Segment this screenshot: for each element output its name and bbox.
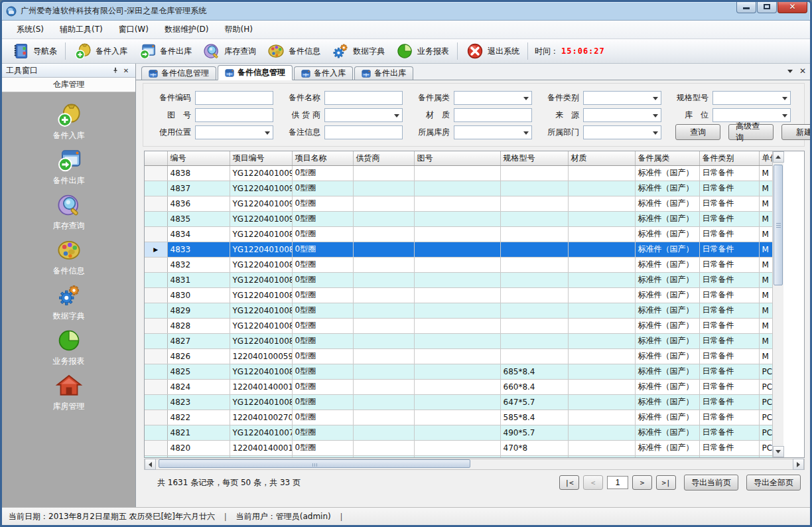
grid-cell[interactable]: 标准件（国产） bbox=[635, 257, 699, 272]
grid-cell[interactable]: 470*8 bbox=[500, 440, 568, 455]
grid-cell[interactable]: 0型圈 bbox=[292, 303, 353, 318]
grid-cell[interactable]: 4821 bbox=[167, 425, 230, 440]
grid-cell[interactable] bbox=[568, 226, 635, 242]
grid-cell[interactable]: 0型圈 bbox=[292, 379, 353, 394]
vertical-scrollbar[interactable] bbox=[772, 151, 783, 457]
grid-cell[interactable] bbox=[568, 455, 635, 457]
grid-cell[interactable]: 标准件（国产） bbox=[635, 272, 699, 287]
grid-cell[interactable]: 日常备件 bbox=[699, 211, 759, 226]
grid-cell[interactable]: 标准件（国产） bbox=[635, 211, 699, 226]
sidebar-section-header[interactable]: 仓库管理 bbox=[2, 78, 135, 92]
row-header-cell[interactable] bbox=[145, 165, 167, 181]
grid-cell[interactable] bbox=[414, 440, 500, 455]
grid-cell[interactable] bbox=[414, 394, 500, 410]
grid-cell[interactable] bbox=[414, 211, 500, 226]
horizontal-scroll-thumb[interactable] bbox=[159, 459, 470, 468]
grid-cell[interactable]: 4825 bbox=[167, 364, 230, 379]
grid-cell[interactable] bbox=[414, 379, 500, 394]
grid-cell[interactable] bbox=[500, 348, 568, 364]
row-header-cell[interactable] bbox=[145, 410, 167, 425]
menu-item-系统(S)[interactable]: 系统(S) bbox=[9, 21, 52, 38]
grid-cell[interactable]: 4822 bbox=[167, 410, 230, 425]
grid-cell[interactable]: PC bbox=[759, 394, 772, 410]
grid-cell[interactable]: 标准件（国产） bbox=[635, 425, 699, 440]
sidebar-item-parts-in[interactable]: 备件入库 bbox=[2, 102, 135, 147]
grid-cell[interactable] bbox=[414, 226, 500, 242]
grid-cell[interactable]: 标准件（国产） bbox=[635, 410, 699, 425]
grid-cell[interactable] bbox=[500, 211, 568, 226]
grid-cell[interactable] bbox=[500, 165, 568, 181]
grid-cell[interactable]: 日常备件 bbox=[699, 257, 759, 272]
last-page-button[interactable]: >| bbox=[656, 475, 676, 490]
grid-cell[interactable]: M bbox=[759, 318, 772, 333]
grid-cell[interactable]: 0型圈 bbox=[292, 165, 353, 181]
grid-cell[interactable] bbox=[353, 226, 414, 242]
grid-cell[interactable] bbox=[414, 242, 500, 257]
sidebar-item-parts-out[interactable]: 备件出库 bbox=[2, 147, 135, 192]
grid-cell[interactable] bbox=[414, 272, 500, 287]
table-row[interactable]: 4821YG122040100790型圈490*5.7标准件（国产）日常备件PC bbox=[145, 425, 772, 440]
vertical-scroll-track[interactable] bbox=[773, 163, 784, 446]
grid-cell[interactable] bbox=[568, 272, 635, 287]
grid-column-header-项目编号[interactable]: 项目编号 bbox=[230, 151, 292, 165]
grid-cell[interactable]: 标准件（国产） bbox=[635, 379, 699, 394]
grid-cell[interactable]: 4824 bbox=[167, 379, 230, 394]
scroll-left-button[interactable] bbox=[145, 459, 156, 470]
grid-cell[interactable]: 标准件（国产） bbox=[635, 242, 699, 257]
advanced-query-button[interactable]: 高级查询 bbox=[728, 124, 774, 140]
pin-icon[interactable] bbox=[110, 66, 121, 76]
grid-cell[interactable]: 0型圈 bbox=[292, 226, 353, 242]
maximize-button[interactable] bbox=[757, 0, 777, 13]
filter-input-备件名称[interactable] bbox=[324, 91, 403, 105]
table-row[interactable]: 4837YG122040100920型圈标准件（国产）日常备件M bbox=[145, 181, 772, 196]
grid-cell[interactable]: M bbox=[759, 226, 772, 242]
grid-cell[interactable] bbox=[568, 379, 635, 394]
grid-cell[interactable] bbox=[500, 196, 568, 211]
grid-cell[interactable]: 0型圈 bbox=[292, 364, 353, 379]
grid-cell[interactable] bbox=[568, 165, 635, 181]
grid-cell[interactable]: 标准件（国产） bbox=[635, 348, 699, 364]
table-row[interactable]: 4829YG122040100840型圈标准件（国产）日常备件M bbox=[145, 303, 772, 318]
grid-cell[interactable]: 4829 bbox=[167, 303, 230, 318]
grid-cell[interactable] bbox=[414, 364, 500, 379]
grid-cell[interactable]: 日常备件 bbox=[699, 303, 759, 318]
grid-cell[interactable] bbox=[353, 181, 414, 196]
grid-cell[interactable]: 4827 bbox=[167, 333, 230, 348]
grid-cell[interactable]: 标准件（国产） bbox=[635, 303, 699, 318]
tab-3-备件出库[interactable]: 备件出库 bbox=[354, 66, 413, 80]
grid-cell[interactable] bbox=[414, 181, 500, 196]
grid-cell[interactable]: YG12204010080 bbox=[230, 394, 292, 410]
grid-cell[interactable] bbox=[353, 318, 414, 333]
grid-cell[interactable] bbox=[353, 211, 414, 226]
grid-cell[interactable] bbox=[414, 455, 500, 457]
table-row[interactable]: 4823YG122040100800型圈647*5.7标准件（国产）日常备件PC bbox=[145, 394, 772, 410]
sidebar-item-stock-query[interactable]: 库存查询 bbox=[2, 192, 135, 237]
grid-cell[interactable] bbox=[500, 333, 568, 348]
grid-cell[interactable] bbox=[353, 379, 414, 394]
grid-cell[interactable] bbox=[414, 348, 500, 364]
query-button[interactable]: 查询 bbox=[675, 124, 720, 140]
grid-cell[interactable]: 647*5.7 bbox=[500, 394, 568, 410]
grid-cell[interactable] bbox=[568, 333, 635, 348]
grid-cell[interactable] bbox=[353, 394, 414, 410]
tab-close-icon[interactable]: ✕ bbox=[799, 67, 806, 75]
sidebar-item-warehouse[interactable]: 库房管理 bbox=[2, 372, 135, 417]
grid-cell[interactable]: PC bbox=[759, 364, 772, 379]
tab-1-备件信息管理[interactable]: 备件信息管理 bbox=[218, 65, 293, 80]
grid-cell[interactable]: YG12204010082 bbox=[230, 333, 292, 348]
menu-item-帮助(H)[interactable]: 帮助(H) bbox=[217, 21, 261, 38]
grid-cell[interactable]: 日常备件 bbox=[699, 165, 759, 181]
sidebar-item-data-dict[interactable]: 数据字典 bbox=[2, 282, 135, 327]
filter-select-使用位置[interactable] bbox=[195, 125, 273, 139]
grid-cell[interactable]: PC bbox=[759, 410, 772, 425]
vertical-scroll-thumb[interactable] bbox=[774, 165, 783, 285]
grid-cell[interactable]: 标准件（国产） bbox=[635, 394, 699, 410]
grid-cell[interactable]: 日常备件 bbox=[699, 226, 759, 242]
menu-item-辅助工具(T)[interactable]: 辅助工具(T) bbox=[52, 21, 111, 38]
table-row[interactable]: 482212204010027000型圈585*8.4标准件（国产）日常备件PC bbox=[145, 410, 772, 425]
grid-cell[interactable]: YG12204010079 bbox=[230, 425, 292, 440]
row-header-cell[interactable] bbox=[145, 257, 167, 272]
toolbar-button-parts-in[interactable]: 备件入库 bbox=[68, 40, 133, 62]
grid-cell[interactable] bbox=[500, 242, 568, 257]
filter-select-规格型号[interactable] bbox=[712, 91, 791, 105]
